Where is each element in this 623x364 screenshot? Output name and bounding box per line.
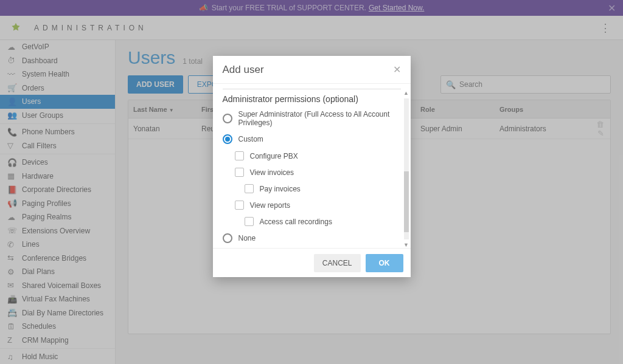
permissions-section-title: Administrator permissions (optional) <box>223 94 401 104</box>
check-pay-invoices[interactable]: Pay invoices <box>245 184 401 193</box>
ok-button[interactable]: OK <box>366 254 403 272</box>
scroll-down-icon[interactable]: ▼ <box>403 242 409 248</box>
check-view-invoices[interactable]: View invoices <box>235 168 401 177</box>
check-view-reports[interactable]: View reports <box>235 201 401 210</box>
radio-checked-icon <box>223 134 232 144</box>
scroll-up-icon[interactable]: ▲ <box>403 90 409 96</box>
checkbox-icon <box>235 168 244 177</box>
checkbox-icon <box>245 217 254 226</box>
radio-custom[interactable]: Custom <box>223 134 401 144</box>
radio-super-admin[interactable]: Super Administrator (Full Access to All … <box>223 110 401 127</box>
add-user-modal: Add user ✕ Administrator permissions (op… <box>213 56 411 277</box>
modal-scrollbar[interactable]: ▲ ▼ <box>402 90 411 248</box>
radio-none[interactable]: None <box>223 233 401 243</box>
radio-icon <box>223 114 232 123</box>
checkbox-icon <box>235 151 244 160</box>
cancel-button[interactable]: CANCEL <box>314 254 361 272</box>
checkbox-icon <box>235 201 244 210</box>
check-configure-pbx[interactable]: Configure PBX <box>235 151 401 160</box>
modal-title: Add user <box>223 64 264 76</box>
check-access-recordings[interactable]: Access call recordings <box>245 217 401 226</box>
checkbox-icon <box>245 184 254 193</box>
modal-close-icon[interactable]: ✕ <box>393 64 401 75</box>
radio-icon <box>223 233 232 243</box>
modal-overlay: Add user ✕ Administrator permissions (op… <box>0 0 623 364</box>
